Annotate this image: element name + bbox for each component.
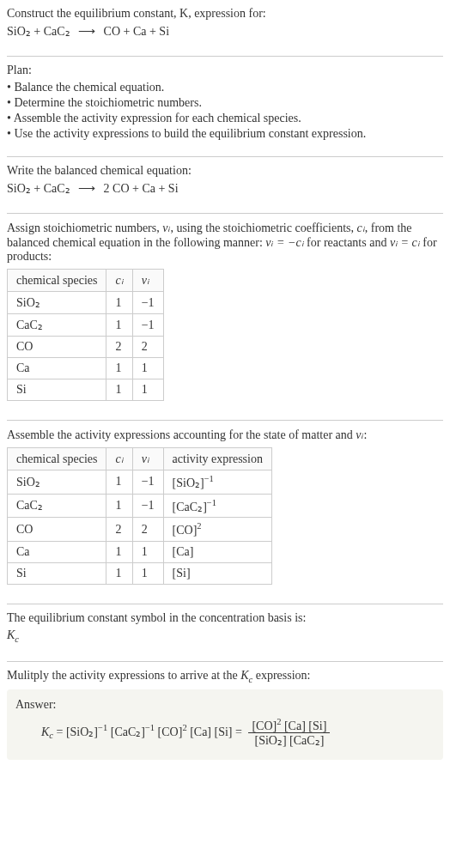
eq-lhs: SiO₂ + CaC₂ — [7, 25, 70, 38]
activity-table: chemical species cᵢ νᵢ activity expressi… — [7, 447, 272, 585]
table-row: CaC₂ 1 −1 — [8, 314, 164, 337]
expr-base: [SiO₂] — [173, 476, 204, 489]
fraction-den: [SiO₂] [CaC₂] — [248, 733, 330, 748]
answer-equation: Kc = [SiO₂]−1 [CaC₂]−1 [CO]2 [Ca] [Si] =… — [41, 717, 435, 749]
cell-nu: 1 — [132, 562, 163, 584]
num-base: [CO] — [252, 719, 277, 731]
col-expr: activity expression — [163, 448, 271, 470]
activity-title: Assemble the activity expressions accoun… — [7, 428, 443, 442]
cell-c: 1 — [106, 562, 132, 584]
table-row: Si 1 1 [Si] — [8, 562, 272, 584]
col-nu: νᵢ — [132, 448, 163, 470]
expr-base: [Si] — [173, 567, 191, 580]
activity-text: Assemble the activity expressions accoun… — [7, 428, 356, 441]
final-section: Mulitply the activity expressions to arr… — [7, 669, 443, 767]
cell-expr: [CO]2 — [163, 518, 271, 542]
table-row: SiO₂ 1 −1 [SiO₂]−1 — [8, 470, 272, 495]
cell-species: CaC₂ — [8, 494, 106, 518]
table-header-row: chemical species cᵢ νᵢ activity expressi… — [8, 448, 272, 470]
term-exp: −1 — [98, 722, 107, 731]
stoich-text: , using the stoichiometric coefficients, — [170, 222, 356, 234]
cell-nu: 1 — [132, 379, 163, 401]
plan-title: Plan: — [7, 64, 443, 77]
plan-list: • Balance the chemical equation. • Deter… — [7, 81, 443, 141]
cell-nu: −1 — [132, 292, 163, 314]
cell-nu: −1 — [132, 314, 163, 337]
cell-c: 1 — [106, 358, 132, 379]
table-row: SiO₂ 1 −1 — [8, 292, 164, 314]
bal-arrow: ⟶ — [78, 182, 95, 195]
cell-species: Si — [8, 562, 106, 584]
table-row: CO 2 2 — [8, 337, 164, 358]
cell-expr: [CaC₂]−1 — [163, 494, 271, 518]
expr-base: [CO] — [173, 524, 198, 537]
header-equation: SiO₂ + CaC₂ ⟶ CO + Ca + Si — [7, 24, 443, 39]
cell-species: SiO₂ — [8, 292, 106, 314]
col-species: chemical species — [8, 270, 106, 292]
divider — [7, 156, 443, 157]
table-row: Ca 1 1 — [8, 358, 164, 379]
kc-main: K — [41, 725, 49, 737]
k-sub: c — [15, 634, 19, 644]
table-header-row: chemical species cᵢ νᵢ — [8, 270, 164, 292]
table-row: CO 2 2 [CO]2 — [8, 518, 272, 542]
cell-species: Ca — [8, 358, 106, 379]
table-row: Ca 1 1 [Ca] — [8, 541, 272, 562]
stoich-c: cᵢ — [357, 222, 365, 234]
expr-base: [CaC₂] — [173, 500, 207, 513]
answer-label: Answer: — [15, 698, 435, 712]
cell-expr: [Ca] — [163, 541, 271, 562]
stoich-eq: νᵢ = cᵢ — [390, 236, 420, 249]
balanced-section: Write the balanced chemical equation: Si… — [7, 164, 443, 206]
symbol-section: The equilibrium constant symbol in the c… — [7, 611, 443, 654]
cell-nu: 2 — [132, 518, 163, 542]
cell-expr: [SiO₂]−1 — [163, 470, 271, 495]
header-section: Construct the equilibrium constant, K, e… — [7, 7, 443, 49]
bal-rhs: 2 CO + Ca + Si — [104, 182, 179, 195]
num-rest: [Ca] [Si] — [281, 719, 326, 731]
cell-species: CO — [8, 337, 106, 358]
divider — [7, 604, 443, 604]
final-text: expression: — [252, 669, 310, 682]
term-exp: −1 — [145, 722, 155, 731]
col-nu: νᵢ — [132, 270, 163, 292]
cell-c: 1 — [106, 541, 132, 562]
cell-nu: 2 — [132, 337, 163, 358]
expr-exp: 2 — [197, 521, 201, 531]
cell-nu: 1 — [132, 358, 163, 379]
header-prompt: Construct the equilibrium constant, K, e… — [7, 7, 443, 21]
cell-species: SiO₂ — [8, 470, 106, 495]
cell-c: 1 — [106, 494, 132, 518]
cell-nu: 1 — [132, 541, 163, 562]
activity-text: : — [364, 428, 368, 441]
divider — [7, 56, 443, 57]
activity-nu: νᵢ — [356, 428, 363, 441]
cell-species: CaC₂ — [8, 314, 106, 337]
final-k: K — [240, 669, 248, 682]
answer-box: Answer: Kc = [SiO₂]−1 [CaC₂]−1 [CO]2 [Ca… — [7, 689, 443, 761]
term-base: [SiO₂] — [66, 725, 98, 737]
cell-c: 2 — [106, 518, 132, 542]
term-base: [CaC₂] — [107, 725, 145, 737]
table-row: Si 1 1 — [8, 379, 164, 401]
symbol-expr: Kc — [7, 628, 443, 644]
stoich-section: Assign stoichiometric numbers, νᵢ, using… — [7, 221, 443, 413]
prompt-text: Construct the equilibrium constant, K, e… — [7, 7, 266, 20]
col-c: cᵢ — [106, 448, 132, 470]
cell-c: 1 — [106, 314, 132, 337]
divider — [7, 213, 443, 214]
eq-rhs: CO + Ca + Si — [104, 25, 169, 38]
cell-c: 2 — [106, 337, 132, 358]
expr-exp: −1 — [207, 498, 216, 507]
stoich-text: for reactants and — [304, 236, 390, 249]
col-species: chemical species — [8, 448, 106, 470]
divider — [7, 661, 443, 662]
activity-section: Assemble the activity expressions accoun… — [7, 428, 443, 597]
stoich-eq: νᵢ = −cᵢ — [265, 236, 303, 249]
cell-species: CO — [8, 518, 106, 542]
cell-c: 1 — [106, 470, 132, 495]
final-title: Mulitply the activity expressions to arr… — [7, 669, 443, 684]
bal-lhs: SiO₂ + CaC₂ — [7, 182, 70, 195]
cell-nu: −1 — [132, 470, 163, 495]
eq-sign: = — [53, 725, 66, 737]
